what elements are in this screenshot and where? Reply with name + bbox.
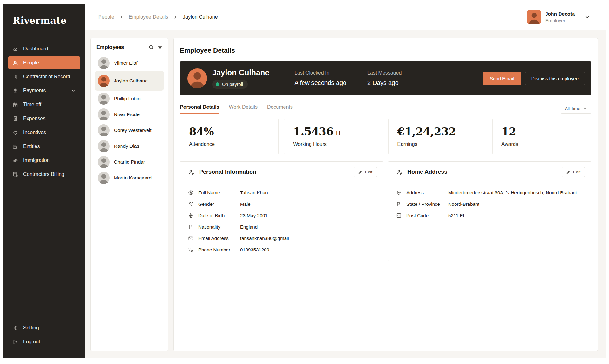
card-body: Full Name Tahsan Khan Gender Male Date o… — [180, 182, 383, 261]
sidebar-item-dashboard[interactable]: Dashboard — [8, 42, 80, 55]
info-row-date-of-birth: Date of Birth 23 May 2001 — [188, 212, 375, 218]
employee-name: Martin Korsgaard — [114, 175, 152, 181]
sidebar-item-payments[interactable]: Payments — [8, 84, 80, 97]
employees-toolbar — [148, 44, 163, 50]
person-edit-icon — [396, 169, 403, 176]
sidebar-item-immigration[interactable]: Immigration — [8, 154, 80, 167]
sidebar-item-time-off[interactable]: Time off — [8, 98, 80, 111]
avatar — [98, 75, 110, 87]
sidebar-item-label: Contractors Billing — [23, 172, 64, 177]
page-title: Employee Details — [180, 47, 591, 54]
employee-name: Phillip Lubin — [114, 96, 141, 101]
avatar — [527, 10, 541, 24]
user-circle-icon — [188, 190, 194, 196]
employee-name: Jaylon Culhane — [114, 78, 148, 84]
app-window: Rivermate Dashboard People Contractor of… — [3, 4, 606, 358]
employee-list-item[interactable]: Corey Westervelt — [95, 122, 164, 138]
breadcrumb-employee-details[interactable]: Employee Details — [129, 14, 168, 20]
tab-work-details[interactable]: Work Details — [229, 104, 258, 114]
sidebar-item-label: Contractor of Record — [23, 74, 70, 80]
stat-value: 1.5436H — [293, 125, 374, 138]
chevron-right-icon — [119, 15, 124, 19]
sidebar-item-label: Entities — [23, 144, 40, 149]
info-row-nationality: Nationality England — [188, 224, 375, 230]
stat-label: Attendance — [189, 141, 270, 147]
banner-identity: Jaylon Culhane On payroll — [212, 68, 269, 89]
banner-meta: Last Clocked In A few seconds ago Last M… — [294, 70, 402, 87]
tab-personal-details[interactable]: Personal Details — [180, 104, 219, 114]
sidebar-item-label: People — [23, 60, 39, 66]
sidebar-item-incentives[interactable]: Incentives — [8, 126, 80, 139]
breadcrumb-people[interactable]: People — [98, 14, 114, 20]
sidebar-item-contractors-billing[interactable]: Contractors Billing — [8, 168, 80, 181]
sidebar-item-people[interactable]: People — [8, 56, 80, 69]
stat-value: 84% — [189, 125, 270, 138]
people-icon — [12, 60, 18, 66]
sidebar-item-expenses[interactable]: Expenses — [8, 112, 80, 125]
employee-banner-name: Jaylon Culhane — [212, 68, 269, 77]
send-email-button[interactable]: Send Email — [483, 72, 521, 85]
sidebar-item-logout[interactable]: Log out — [8, 335, 80, 348]
stat-label: Working Hours — [293, 141, 374, 147]
edit-personal-information-button[interactable]: Edit — [354, 167, 377, 177]
info-row-email: Email Address tahsankhan380@gmail — [188, 235, 375, 241]
edit-home-address-button[interactable]: Edit — [562, 167, 585, 177]
employee-banner: Jaylon Culhane On payroll Last Clocked I… — [180, 61, 591, 95]
home-address-card: Home Address Edit Address Minderbroeders… — [388, 161, 591, 261]
avatar — [98, 172, 110, 184]
card-body: Address Minderbroedersstraat 30A, ’s-Her… — [388, 182, 591, 227]
sidebar-item-contractor-of-record[interactable]: Contractor of Record — [8, 70, 80, 83]
employee-list-item[interactable]: Randy Dias — [95, 138, 164, 154]
employee-list-item-selected[interactable]: Jaylon Culhane — [95, 71, 164, 91]
row-value: Noord-Brabant — [448, 201, 479, 207]
employee-name: Nivar Frode — [114, 112, 140, 117]
tab-documents[interactable]: Documents — [267, 104, 293, 114]
status-label: On payroll — [222, 82, 243, 87]
meta-last-clocked-in: Last Clocked In A few seconds ago — [294, 70, 346, 87]
employee-list-item[interactable]: Phillip Lubin — [95, 91, 164, 107]
stat-card-awards: 12 Awards — [492, 119, 591, 154]
sidebar-item-label: Log out — [23, 339, 40, 345]
row-value: 01893531209 — [240, 247, 269, 252]
user-menu[interactable]: John Decota Employer — [527, 10, 591, 24]
stat-label: Awards — [501, 141, 582, 147]
billing-icon — [12, 172, 18, 178]
employee-list-item[interactable]: Charlie Pindar — [95, 154, 164, 170]
building-icon — [12, 144, 18, 150]
card-title: Personal Information — [199, 169, 256, 175]
breadcrumb-current: Jaylon Culhane — [183, 14, 218, 20]
logout-icon — [12, 339, 18, 345]
dashboard-icon — [12, 46, 18, 52]
row-value: England — [240, 224, 258, 230]
receipt-icon — [12, 116, 18, 122]
time-filter-dropdown[interactable]: All Time — [561, 104, 591, 114]
gender-icon — [188, 201, 194, 207]
row-value: 5211 EL — [448, 213, 466, 218]
card-header: Home Address Edit — [388, 162, 591, 182]
sidebar-item-entities[interactable]: Entities — [8, 140, 80, 153]
status-dot-icon — [216, 82, 219, 86]
employee-list-item[interactable]: Nivar Frode — [95, 107, 164, 122]
user-role: Employer — [545, 18, 575, 23]
sidebar-item-setting[interactable]: Setting — [8, 322, 80, 334]
flag-icon — [396, 201, 402, 207]
sidebar-item-label: Dashboard — [23, 46, 48, 52]
avatar — [98, 57, 110, 69]
chevron-down-icon[interactable] — [71, 88, 76, 93]
sidebar-item-label: Setting — [23, 325, 39, 331]
sidebar-item-label: Immigration — [23, 158, 50, 163]
employee-list-item[interactable]: Martin Korsgaard — [95, 170, 164, 186]
dismiss-employee-button[interactable]: Dismiss this employee — [525, 72, 585, 85]
avatar — [98, 156, 110, 168]
brand-logo: Rivermate — [3, 4, 85, 26]
row-label: Nationality — [198, 224, 234, 230]
filter-icon[interactable] — [157, 44, 163, 50]
chevron-down-icon[interactable] — [584, 14, 591, 20]
page: Rivermate Dashboard People Contractor of… — [0, 0, 609, 364]
edit-label: Edit — [573, 170, 580, 174]
user-meta: John Decota Employer — [545, 11, 575, 23]
search-icon[interactable] — [148, 44, 154, 50]
tabs-row: Personal Details Work Details Documents … — [180, 104, 591, 114]
employee-list-item[interactable]: Vilmer Elof — [95, 55, 164, 71]
row-label: Email Address — [198, 236, 234, 241]
